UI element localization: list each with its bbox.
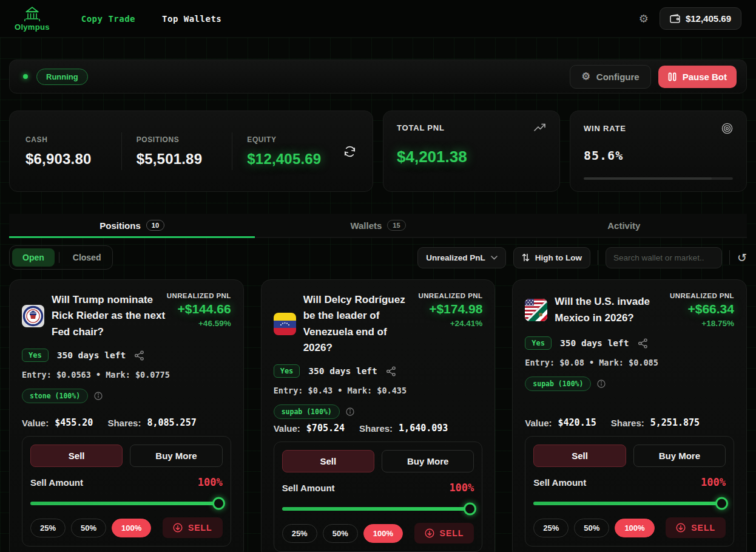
closed-toggle[interactable]: Closed: [64, 248, 110, 267]
share-icon[interactable]: [386, 366, 396, 377]
reset-filters-icon[interactable]: ↺: [737, 252, 747, 264]
search-input[interactable]: [606, 247, 722, 268]
unrealized-pnl-label: UNREALIZED PNL: [670, 292, 734, 299]
open-toggle[interactable]: Open: [12, 248, 55, 267]
buy-more-tab-button[interactable]: Buy More: [130, 445, 222, 467]
value-label: Value:: [22, 418, 49, 428]
share-icon[interactable]: [134, 350, 144, 361]
divider: [59, 252, 59, 263]
sell-tab-button[interactable]: Sell: [30, 445, 123, 467]
wallet-badge[interactable]: supab (100%): [525, 377, 591, 391]
win-rate-value: 85.6%: [584, 148, 733, 163]
sell-tab-button[interactable]: Sell: [282, 450, 374, 472]
sell-amount-percent: 100%: [701, 476, 726, 488]
value-amount: $455.20: [55, 417, 93, 428]
arrows-up-down-icon: [522, 253, 530, 262]
circle-down-arrow-icon: [676, 523, 686, 533]
slider-track[interactable]: [533, 502, 726, 505]
wallet-badge[interactable]: supab (100%): [274, 404, 340, 419]
brand-name: Olympus: [15, 22, 50, 32]
configure-button[interactable]: ⚙ Configure: [570, 65, 650, 89]
buy-more-tab-button[interactable]: Buy More: [382, 450, 474, 472]
open-closed-toggle: Open Closed: [9, 245, 113, 270]
sell-panel: Sell Buy More Sell Amount 100% 25% 50% 1…: [22, 436, 231, 547]
positions-value: $5,501.89: [137, 151, 232, 168]
tab-wallets[interactable]: Wallets 15: [255, 214, 501, 237]
sell-amount-label: Sell Amount: [282, 483, 335, 493]
slider-thumb[interactable]: [464, 503, 476, 516]
quick-50-button[interactable]: 50%: [71, 519, 106, 537]
quick-25-button[interactable]: 25%: [30, 519, 66, 537]
slider-fill: [533, 502, 726, 505]
refresh-balances-icon[interactable]: [343, 145, 357, 158]
positions-stat: POSITIONS $5,501.89: [137, 135, 232, 168]
target-icon: [721, 123, 733, 134]
unrealized-pnl-percent: +24.41%: [418, 319, 482, 328]
slider-track[interactable]: [282, 507, 474, 511]
sell-amount-label: Sell Amount: [30, 477, 83, 488]
equity-stat: EQUITY $12,405.69: [247, 135, 343, 168]
settings-gear-icon[interactable]: ⚙: [639, 13, 649, 24]
sell-tab-button[interactable]: Sell: [533, 445, 626, 467]
slider-fill: [30, 502, 223, 505]
buy-more-tab-button[interactable]: Buy More: [633, 445, 726, 467]
wallet-balance-pill[interactable]: $12,405.69: [660, 7, 741, 30]
positions-grid: Will Trump nominate Rick Rieder as the n…: [9, 279, 747, 552]
sell-amount-slider[interactable]: [30, 497, 223, 509]
info-icon[interactable]: [597, 380, 606, 388]
slider-thumb[interactable]: [715, 497, 728, 510]
nav-link-top-wallets[interactable]: Top Wallets: [162, 14, 221, 24]
sell-amount-slider[interactable]: [533, 497, 726, 509]
share-icon[interactable]: [638, 338, 648, 349]
value-label: Value:: [525, 418, 552, 428]
days-left: 350 days left: [57, 350, 126, 360]
brand-logo[interactable]: Olympus: [15, 6, 50, 32]
win-rate-label: WIN RATE: [584, 124, 626, 133]
unrealized-pnl-label: UNREALIZED PNL: [418, 292, 482, 299]
equity-value: $12,405.69: [247, 151, 343, 168]
trending-up-icon: [534, 123, 546, 132]
quick-100-button[interactable]: 100%: [363, 524, 403, 543]
quick-100-button[interactable]: 100%: [112, 519, 151, 537]
wallet-icon: [670, 14, 680, 23]
sell-cta-button[interactable]: SELL: [163, 517, 223, 538]
unrealized-pnl-percent: +18.75%: [670, 319, 734, 328]
circle-down-arrow-icon: [173, 523, 183, 533]
equity-label: EQUITY: [247, 135, 343, 144]
fed-seal-icon: [22, 305, 44, 327]
sort-order-button[interactable]: High to Low: [513, 247, 590, 268]
quick-25-button[interactable]: 25%: [533, 519, 569, 537]
top-nav: Olympus Copy Trade Top Wallets ⚙ $12,405…: [0, 0, 756, 38]
slider-track[interactable]: [30, 502, 223, 505]
unrealized-pnl-value: +$174.98: [418, 302, 482, 316]
market-title: Will Trump nominate Rick Rieder as the n…: [52, 292, 167, 340]
slider-thumb[interactable]: [212, 497, 225, 510]
bot-status-bar: Running ⚙ Configure Pause Bot: [9, 60, 747, 94]
quick-50-button[interactable]: 50%: [574, 519, 609, 537]
sort-field-dropdown[interactable]: Unrealized PnL: [417, 247, 506, 268]
us-mexico-flags-icon: [525, 299, 547, 321]
info-icon[interactable]: [94, 392, 103, 400]
temple-icon: [23, 6, 41, 22]
tab-positions[interactable]: Positions 10: [9, 214, 255, 237]
side-badge: Yes: [274, 364, 300, 378]
quick-25-button[interactable]: 25%: [282, 524, 317, 543]
filter-row: Open Closed Unrealized PnL High to Low: [9, 245, 747, 270]
quick-100-button[interactable]: 100%: [615, 519, 654, 537]
unrealized-pnl-percent: +46.59%: [167, 319, 231, 328]
entry-mark-line: Entry: $0.0563 • Mark: $0.0775: [22, 370, 231, 380]
positions-label: POSITIONS: [137, 135, 232, 144]
shares-label: Shares:: [107, 418, 141, 428]
tab-activity[interactable]: Activity: [501, 214, 747, 237]
main-content: Running ⚙ Configure Pause Bot CASH: [0, 38, 756, 552]
sell-cta-button[interactable]: SELL: [414, 523, 474, 543]
pause-bot-button[interactable]: Pause Bot: [658, 66, 737, 88]
win-rate-bar: [584, 177, 733, 180]
quick-50-button[interactable]: 50%: [323, 524, 358, 543]
sell-amount-slider[interactable]: [282, 503, 474, 515]
position-card: Will Trump nominate Rick Rieder as the n…: [9, 279, 244, 552]
info-icon[interactable]: [346, 407, 354, 416]
nav-link-copy-trade[interactable]: Copy Trade: [81, 14, 135, 24]
wallet-badge[interactable]: stone (100%): [22, 389, 88, 403]
sell-cta-button[interactable]: SELL: [666, 517, 726, 538]
